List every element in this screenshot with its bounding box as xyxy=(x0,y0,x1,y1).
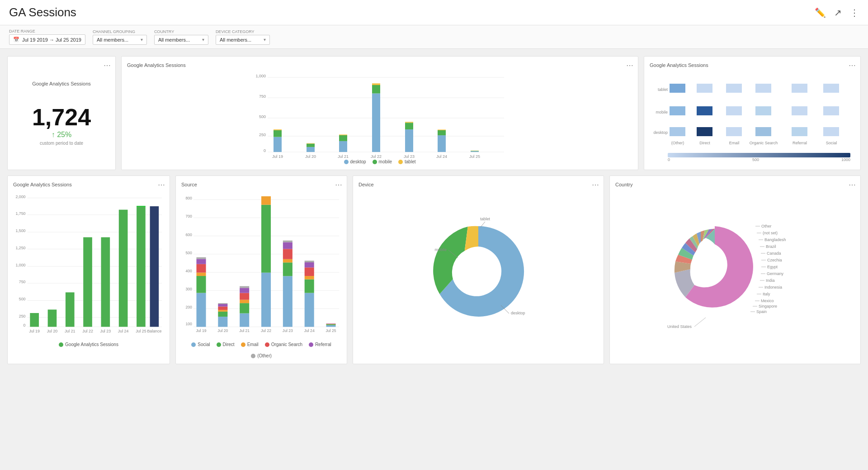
svg-rect-11 xyxy=(307,147,315,152)
kpi-change: ↑ 25% xyxy=(52,131,71,139)
country-chart-container: Other (not set) Bangladesh Brazil Canada… xyxy=(615,188,855,342)
svg-text:Jul 21: Jul 21 xyxy=(65,329,75,333)
svg-rect-62 xyxy=(823,127,839,136)
svg-rect-135 xyxy=(261,205,271,273)
other-label: (Other) xyxy=(257,353,272,358)
svg-text:Social: Social xyxy=(826,141,837,145)
svg-text:Mexico: Mexico xyxy=(761,299,774,303)
calendar-icon: 📅 xyxy=(13,37,19,43)
svg-text:Jul 22: Jul 22 xyxy=(82,329,93,333)
svg-text:Jul 23: Jul 23 xyxy=(100,329,111,333)
hbar-chart-svg: tablet mobile desktop (Other) Direct Ema… xyxy=(650,68,855,150)
svg-rect-146 xyxy=(305,276,314,279)
bar-chart-legend: desktop mobile tablet xyxy=(127,159,632,164)
chevron-down-icon: ▾ xyxy=(141,37,143,42)
svg-rect-15 xyxy=(438,135,446,152)
svg-text:1,250: 1,250 xyxy=(15,246,25,250)
share-icon[interactable]: ↗ xyxy=(834,7,842,18)
svg-text:Jul 22: Jul 22 xyxy=(261,328,271,333)
svg-rect-20 xyxy=(372,85,380,94)
svg-text:(Other): (Other) xyxy=(671,141,684,145)
svg-rect-145 xyxy=(305,280,314,293)
svg-text:Jul 22: Jul 22 xyxy=(371,154,382,159)
edit-icon[interactable]: ✏️ xyxy=(815,7,826,18)
svg-text:250: 250 xyxy=(259,133,266,137)
svg-rect-28 xyxy=(405,122,413,123)
source-chart-menu[interactable]: ⋯ xyxy=(335,180,342,189)
area-chart-title: Google Analytics Sessions xyxy=(13,182,72,187)
svg-rect-53 xyxy=(726,127,742,136)
svg-text:tablet: tablet xyxy=(480,217,491,221)
device-category-filter: Device Category All members... ▾ xyxy=(216,29,270,45)
svg-text:500: 500 xyxy=(19,297,26,301)
svg-text:250: 250 xyxy=(19,314,26,318)
svg-rect-91 xyxy=(150,206,159,327)
svg-text:100: 100 xyxy=(186,322,193,326)
svg-rect-125 xyxy=(218,307,227,310)
bar-chart-menu[interactable]: ⋯ xyxy=(626,61,633,70)
svg-rect-18 xyxy=(307,144,315,147)
svg-rect-13 xyxy=(372,94,380,152)
legend-other: (Other) xyxy=(251,353,272,358)
svg-text:mobile: mobile xyxy=(434,247,447,252)
legend-ga-sessions: Google Analytics Sessions xyxy=(59,342,118,347)
svg-rect-130 xyxy=(240,300,249,303)
svg-rect-54 xyxy=(726,106,742,115)
svg-rect-150 xyxy=(326,325,336,327)
svg-rect-49 xyxy=(670,84,685,93)
svg-rect-133 xyxy=(240,286,249,288)
svg-rect-142 xyxy=(283,242,292,249)
svg-text:Italy: Italy xyxy=(763,292,770,296)
header-actions: ✏️ ↗ ⋮ xyxy=(815,7,859,18)
area-chart-menu[interactable]: ⋯ xyxy=(158,180,165,189)
more-icon[interactable]: ⋮ xyxy=(850,7,859,18)
svg-text:tablet: tablet xyxy=(658,87,668,92)
svg-rect-58 xyxy=(755,84,771,93)
svg-rect-120 xyxy=(196,259,206,264)
svg-rect-148 xyxy=(305,262,314,267)
chevron-down-icon: ▾ xyxy=(264,37,266,42)
svg-rect-56 xyxy=(755,127,771,136)
organic-dot xyxy=(265,342,269,347)
svg-rect-83 xyxy=(30,313,39,327)
kpi-card-menu[interactable]: ⋯ xyxy=(104,61,111,70)
svg-text:Jul 19: Jul 19 xyxy=(196,328,207,333)
svg-text:800: 800 xyxy=(186,196,193,200)
svg-rect-131 xyxy=(240,293,249,300)
channel-grouping-input[interactable]: All members... ▾ xyxy=(93,35,147,45)
social-dot xyxy=(191,342,196,347)
color-scale-bar xyxy=(668,153,850,157)
svg-text:Jul 25: Jul 25 xyxy=(469,154,480,159)
hbar-chart-menu[interactable]: ⋯ xyxy=(849,61,856,70)
svg-rect-86 xyxy=(83,237,92,327)
svg-rect-48 xyxy=(670,106,685,115)
svg-text:2,000: 2,000 xyxy=(15,195,25,199)
svg-text:Indonesia: Indonesia xyxy=(764,285,782,290)
svg-rect-52 xyxy=(697,84,712,93)
svg-text:Czechia: Czechia xyxy=(767,258,782,262)
svg-rect-22 xyxy=(438,130,446,135)
hbar-card: Google Analytics Sessions ⋯ tablet mobil… xyxy=(644,56,861,170)
direct-dot xyxy=(217,342,221,347)
svg-text:Spain: Spain xyxy=(756,309,767,314)
svg-rect-64 xyxy=(823,84,839,93)
device-donut-menu[interactable]: ⋯ xyxy=(592,180,599,189)
svg-rect-121 xyxy=(196,257,206,259)
svg-text:desktop: desktop xyxy=(511,311,525,315)
area-chart-svg: 2,000 1,750 1,500 1,250 1,000 750 500 25… xyxy=(13,188,164,337)
svg-rect-50 xyxy=(697,127,712,136)
svg-text:United States: United States xyxy=(667,324,692,329)
svg-text:400: 400 xyxy=(186,269,193,273)
svg-rect-59 xyxy=(792,127,807,136)
svg-text:Jul 21: Jul 21 xyxy=(338,154,349,159)
tablet-label: tablet xyxy=(405,159,415,164)
svg-rect-87 xyxy=(101,237,110,327)
date-range-input[interactable]: 📅 Jul 19 2019 → Jul 25 2019 xyxy=(9,34,85,45)
country-input[interactable]: All members... ▾ xyxy=(154,35,208,45)
svg-text:Jul 20: Jul 20 xyxy=(217,328,228,333)
referral-dot xyxy=(309,342,313,347)
svg-rect-116 xyxy=(196,293,206,327)
svg-text:Jul 25: Jul 25 xyxy=(136,329,146,333)
svg-text:desktop: desktop xyxy=(653,130,668,135)
device-category-input[interactable]: All members... ▾ xyxy=(216,35,270,45)
